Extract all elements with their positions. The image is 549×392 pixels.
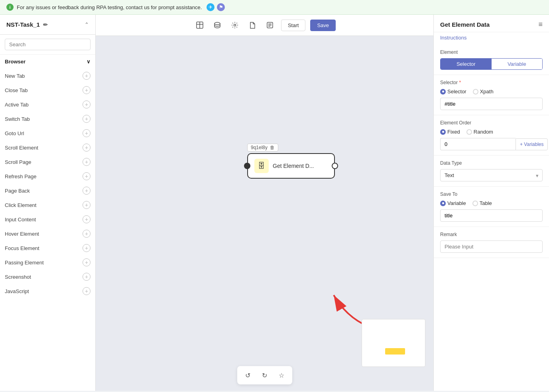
order-number-input[interactable] [440, 138, 516, 150]
delete-icon[interactable]: 🗑 [270, 145, 275, 150]
sidebar-item-javascript[interactable]: JavaScript + [0, 284, 95, 298]
add-icon[interactable]: + [83, 187, 91, 195]
sidebar-list: Browser ∨ New Tab + Close Tab + Active T… [0, 55, 95, 391]
svg-point-4 [234, 24, 236, 26]
add-icon[interactable]: + [83, 244, 91, 252]
discord-icon[interactable]: ⚑ [217, 3, 225, 11]
table-icon[interactable] [193, 19, 206, 32]
sidebar-item-scroll-element[interactable]: Scroll Element + [0, 140, 95, 155]
banner-text: For any issues or feedback during RPA te… [17, 4, 202, 10]
sidebar-item-click-element[interactable]: Click Element + [0, 198, 95, 212]
collapse-icon[interactable]: ⌃ [85, 22, 89, 28]
radio-variable[interactable]: Variable [440, 200, 466, 206]
project-title: NST-Task_1 [6, 21, 40, 28]
element-section: Element Selector Variable [434, 45, 549, 75]
add-icon[interactable]: + [83, 230, 91, 238]
mini-map [362, 319, 425, 367]
selector-input[interactable] [440, 98, 543, 110]
radio-fixed-circle [440, 129, 446, 135]
bottom-toolbar: ↺ ↻ ☆ [237, 366, 292, 384]
node-icon: 🗄 [254, 159, 269, 173]
instructions-link[interactable]: Instructions [434, 32, 549, 45]
add-icon[interactable]: + [83, 129, 91, 137]
add-icon[interactable]: + [83, 215, 91, 223]
add-icon[interactable]: + [83, 115, 91, 123]
file-icon[interactable] [246, 19, 259, 32]
variables-button[interactable]: + Variables [516, 138, 548, 150]
node-card[interactable]: 🗄 Get Element D... [247, 153, 335, 179]
save-button[interactable]: Save [310, 20, 336, 31]
search-input[interactable] [5, 39, 91, 50]
sidebar-item-input-content[interactable]: Input Content + [0, 212, 95, 227]
element-tabs: Selector Variable [440, 58, 543, 70]
radio-fixed[interactable]: Fixed [440, 129, 460, 135]
sidebar-item-hover-element[interactable]: Hover Element + [0, 227, 95, 241]
star-button[interactable]: ☆ [275, 369, 287, 381]
browser-section: Browser ∨ New Tab + Close Tab + Active T… [0, 55, 95, 298]
node-connector-left [244, 163, 250, 169]
telegram-icon[interactable]: ✈ [207, 3, 214, 11]
add-icon[interactable]: + [83, 258, 91, 266]
database-icon[interactable] [211, 19, 224, 32]
svg-point-3 [214, 22, 220, 25]
tab-selector[interactable]: Selector [441, 59, 492, 69]
add-icon[interactable]: + [83, 100, 91, 108]
sidebar-item-refresh-page[interactable]: Refresh Page + [0, 169, 95, 183]
element-order-section: Element Order Fixed Random + Variables [434, 115, 549, 156]
add-icon[interactable]: + [83, 273, 91, 281]
right-panel: Get Element Data ≡ Instructions Element … [433, 15, 549, 391]
start-button[interactable]: Start [281, 20, 305, 31]
sidebar-title: NST-Task_1 ✏ [6, 21, 48, 28]
save-to-input[interactable] [440, 209, 543, 222]
sidebar-item-close-tab[interactable]: Close Tab + [0, 83, 95, 97]
redo-button[interactable]: ↻ [259, 369, 271, 381]
remark-input[interactable] [440, 240, 543, 253]
node-title: Get Element D... [273, 163, 314, 169]
add-icon[interactable]: + [83, 144, 91, 152]
radio-random[interactable]: Random [466, 129, 493, 135]
add-icon[interactable]: + [83, 86, 91, 94]
edit-icon[interactable]: ✏ [43, 22, 48, 28]
add-icon[interactable]: + [83, 201, 91, 209]
sidebar-item-scroll-page[interactable]: Scroll Page + [0, 155, 95, 169]
info-icon: i [6, 4, 14, 11]
tab-variable[interactable]: Variable [492, 59, 543, 69]
sidebar-item-page-back[interactable]: Page Back + [0, 183, 95, 198]
browser-label: Browser [5, 59, 26, 65]
radio-table[interactable]: Table [472, 200, 492, 206]
add-icon[interactable]: + [83, 172, 91, 180]
top-banner: i For any issues or feedback during RPA … [0, 0, 549, 15]
element-order-label: Element Order [440, 120, 543, 126]
mini-map-node [385, 348, 405, 355]
settings-icon[interactable] [228, 19, 241, 32]
sidebar-item-goto-url[interactable]: Goto Url + [0, 126, 95, 140]
data-type-select[interactable]: Text HTML Value Attribute [440, 169, 543, 181]
radio-xpath[interactable]: Xpath [473, 89, 494, 95]
menu-icon[interactable]: ≡ [538, 20, 543, 29]
add-icon[interactable]: + [83, 158, 91, 166]
add-icon[interactable]: + [83, 72, 91, 80]
search-container [0, 35, 95, 55]
save-to-section: Save To Variable Table [434, 187, 549, 227]
undo-button[interactable]: ↺ [242, 369, 254, 381]
sidebar-item-screenshot[interactable]: Screenshot + [0, 270, 95, 284]
sidebar-item-focus-element[interactable]: Focus Element + [0, 241, 95, 255]
toolbar: Start Save [96, 15, 433, 36]
radio-variable-circle [440, 201, 446, 206]
order-type-group: Fixed Random [440, 129, 543, 135]
chevron-down-icon: ∨ [87, 59, 91, 65]
save-to-group: Variable Table [440, 200, 543, 206]
canvas[interactable]: 9q1el8y 🗑 🗄 Get Element D... [96, 36, 433, 391]
selector-type-group: Selector Xpath [440, 89, 543, 95]
sidebar-item-switch-tab[interactable]: Switch Tab + [0, 112, 95, 126]
element-label: Element [440, 49, 543, 55]
radio-xpath-circle [473, 89, 478, 95]
sidebar-item-new-tab[interactable]: New Tab + [0, 69, 95, 83]
notes-icon[interactable] [264, 19, 276, 32]
sidebar-item-passing-element[interactable]: Passing Element + [0, 255, 95, 270]
radio-table-circle [472, 201, 478, 206]
radio-selector[interactable]: Selector [440, 89, 466, 95]
sidebar-item-active-tab[interactable]: Active Tab + [0, 97, 95, 112]
add-icon[interactable]: + [83, 287, 91, 295]
browser-section-header[interactable]: Browser ∨ [0, 55, 95, 69]
